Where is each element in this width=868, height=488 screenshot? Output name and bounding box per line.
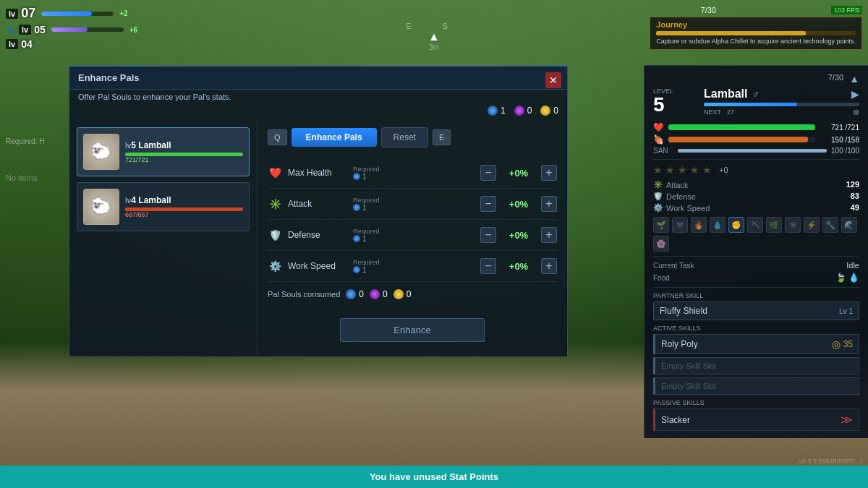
pal-card-avatar-1: 🐑 [83, 189, 119, 225]
empty-skill-1: Empty Skill Slot [661, 361, 716, 370]
sta-bar-row: 🍖 150 /158 [653, 134, 859, 145]
pal-name-row: Lamball ♂ ▶ [704, 87, 859, 100]
stat-required-label-3: Required [353, 259, 380, 266]
star-4: ★ [690, 164, 699, 176]
pal-nav-icon[interactable]: ⚙ [853, 108, 859, 116]
work-icon-3: 💧 [710, 217, 726, 233]
active-skills-section-title: Active Skills [653, 325, 859, 332]
stat-btn-decrease-2[interactable]: − [480, 227, 496, 243]
divider-1 [653, 159, 859, 160]
soul-blue-item: 1 [488, 106, 506, 116]
tab-key-e[interactable]: E [433, 129, 451, 145]
san-val: 100 /100 [831, 147, 859, 155]
stat-icon-defense: 🛡️ [268, 228, 282, 242]
stat-btn-decrease-1[interactable]: − [480, 196, 496, 212]
stat-btn-increase-1[interactable]: + [541, 196, 557, 212]
soul-mini-2 [353, 235, 360, 242]
stat-controls-attack: − +0% + [480, 196, 557, 212]
divider-2 [653, 256, 859, 257]
star-5: ★ [702, 164, 712, 176]
tab-enhance-pals[interactable]: Enhance Pals [292, 128, 377, 147]
consumed-purple-icon [370, 289, 380, 299]
food-icon-0: 🍃 [835, 273, 846, 283]
consumed-blue: 0 [346, 289, 364, 299]
stat-btn-increase-0[interactable]: + [541, 165, 557, 181]
star-row: ★ ★ ★ ★ ★ +0 [653, 164, 859, 176]
enhance-panel: Enhance Pals ✕ Offer Pal Souls to enhanc… [69, 65, 568, 357]
consumed-label: Pal Souls consumed [268, 290, 340, 299]
close-button[interactable]: ✕ [545, 72, 561, 88]
pal-info-header: LEVEL 5 Lamball ♂ ▶ NEXT 27 ⚙ [653, 87, 859, 116]
stat-name-work-speed: Work Speed [288, 261, 353, 271]
current-task-label: Current Task [653, 262, 694, 270]
stat-name-attack: Attack [288, 199, 353, 209]
san-bar-fill [678, 149, 827, 153]
stat-row-work-speed: ⚙️ Work Speed Required 1 − +0% + [268, 251, 557, 282]
work-icon-2: 🔥 [691, 217, 707, 233]
work-icon-5: ⛏ [747, 217, 763, 233]
stat-pct-0: +0% [501, 168, 537, 179]
passive-skill-icon-0: ≫ [841, 413, 853, 427]
pal-next-bar-bg [704, 103, 859, 106]
food-row: Food 🍃 💧 [653, 273, 859, 283]
skill-power-val-0: 35 [843, 339, 853, 349]
stat-btn-decrease-3[interactable]: − [480, 258, 496, 274]
stat-required-val-2: 1 [353, 235, 383, 243]
partner-skill-lv: Lv 1 [839, 307, 853, 315]
hp-icon: ❤️ [653, 122, 664, 132]
work-icons-row: 🌱 ⚒ 🔥 💧 ✊ ⛏ 🌿 ❄ ⚡ 🔧 🌊 🌸 [653, 217, 859, 252]
food-icons: 🍃 💧 [835, 273, 859, 283]
stat-btn-increase-2[interactable]: + [541, 227, 557, 243]
active-skill-row-0: Roly Poly ◎ 35 [653, 334, 859, 354]
work-speed-stat-val: 49 [851, 203, 859, 213]
pal-card-0[interactable]: 🐑 lv5 Lamball 721/721 [77, 127, 250, 176]
work-icon-6: 🌿 [766, 217, 782, 233]
enhance-panel-subtitle: Offer Pal Souls to enhance your Pal's st… [69, 90, 567, 101]
pal-info-panel: 7/30 ▲ LEVEL 5 Lamball ♂ ▶ NEXT 27 ⚙ [644, 65, 868, 438]
soul-purple-count: 0 [527, 106, 532, 116]
enhance-button[interactable]: Enhance [340, 318, 485, 342]
sta-bar-val: 150 /158 [820, 136, 859, 144]
soul-mini-0 [353, 173, 360, 180]
stat-required-defense: Required 1 [353, 228, 383, 243]
tab-key-q[interactable]: Q [268, 129, 287, 145]
pal-hp-text-0: 721/721 [125, 156, 243, 163]
enhance-body: 🐑 lv5 Lamball 721/721 🐑 lv4 Lamball 667 [69, 120, 567, 356]
sta-bar-fill [668, 137, 808, 142]
pal-card-name-1: lv4 Lamball [125, 195, 243, 205]
soul-counters: 1 0 0 [69, 101, 567, 120]
scroll-up-icon[interactable]: ▲ [849, 73, 859, 85]
soul-blue-count: 1 [501, 106, 506, 116]
consumed-blue-icon [346, 289, 356, 299]
san-label: SAN [653, 147, 673, 155]
star-2: ★ [665, 164, 675, 176]
soul-purple-item: 0 [514, 106, 532, 116]
stat-pct-1: +0% [501, 199, 537, 210]
skill-power-icon-0: ◎ [832, 338, 841, 350]
work-icon-0: 🌱 [653, 217, 669, 233]
empty-skill-2: Empty Skill Slot [661, 382, 716, 390]
scroll-right-icon[interactable]: ▶ [851, 88, 859, 100]
pal-card-1[interactable]: 🐑 lv4 Lamball 667/667 [77, 182, 250, 231]
soul-purple-icon [514, 106, 524, 116]
stat-btn-increase-3[interactable]: + [541, 258, 557, 274]
defense-stat-val: 83 [851, 192, 859, 201]
enhance-panel-title: Enhance Pals [78, 72, 140, 83]
passive-skill-row-0: Slacker ≫ [653, 408, 859, 431]
soul-mini-1 [353, 204, 360, 211]
work-icon-8: ⚡ [804, 217, 820, 233]
tab-reset[interactable]: Reset [381, 127, 428, 147]
hp-bar-bg [668, 124, 815, 130]
pal-info-name: Lamball [704, 87, 747, 100]
stat-btn-decrease-0[interactable]: − [480, 165, 496, 181]
divider-3 [653, 287, 859, 288]
stat-icon-max-health: ❤️ [268, 166, 282, 180]
work-icon-7: ❄ [785, 217, 801, 233]
consumed-row: Pal Souls consumed 0 0 0 [268, 282, 557, 307]
exp-bonus: +0 [719, 166, 728, 174]
stat-required-val-3: 1 [353, 266, 383, 274]
stat-required-val-1: 1 [353, 204, 383, 212]
skill-name-0: Roly Poly [661, 339, 698, 349]
enhance-panel-header: Enhance Pals ✕ [69, 67, 567, 90]
pal-bars: ❤️ 721 /721 🍖 150 /158 SAN 100 /100 [653, 122, 859, 155]
